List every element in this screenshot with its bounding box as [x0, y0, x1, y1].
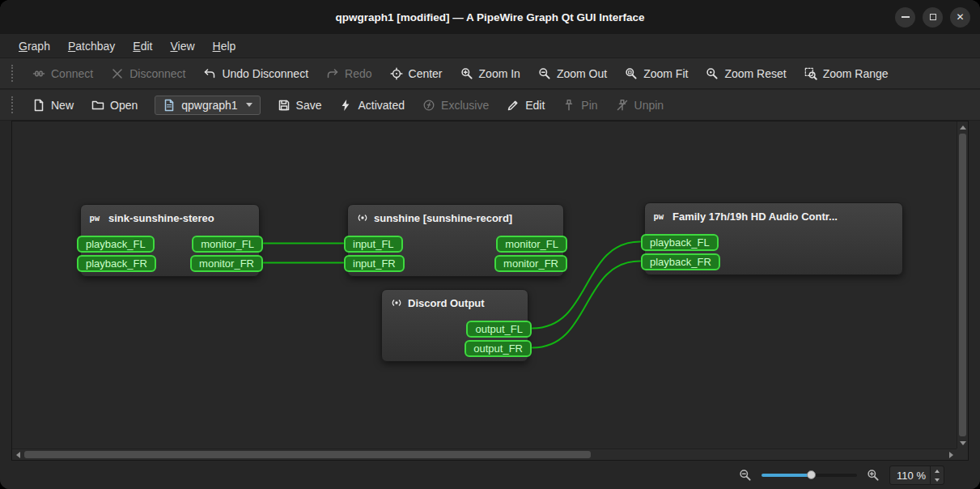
node-header: pwsink-sunshine-stereo: [81, 205, 259, 224]
node-sunshine[interactable]: sunshine [sunshine-record]input_FLinput_…: [347, 204, 564, 277]
toolbar-button-zoom-out[interactable]: Zoom Out: [529, 62, 616, 86]
spin-up-button[interactable]: [931, 466, 944, 475]
zoom-out-icon: [538, 67, 551, 80]
svg-text:pw: pw: [90, 213, 100, 223]
window-maximize-button[interactable]: [923, 7, 943, 28]
zoom-fit-icon: [625, 67, 638, 80]
port-output_FL[interactable]: output_FL: [466, 321, 532, 338]
toolbar-label: Undo Disconnect: [222, 67, 308, 80]
toolbar-button-pin[interactable]: Pin: [554, 93, 606, 117]
horizontal-scrollbar[interactable]: [12, 449, 957, 460]
pipewire-icon: pw: [89, 211, 104, 224]
toolbar-edit: ConnectDisconnectUndo DisconnectRedoCent…: [0, 58, 980, 89]
zoom-out-icon[interactable]: [739, 469, 752, 482]
port-playback_FL[interactable]: playback_FL: [641, 234, 719, 251]
port-playback_FL[interactable]: playback_FL: [77, 236, 155, 253]
node-header: Discord Output: [382, 290, 528, 309]
toolbar-label: Save: [296, 99, 322, 112]
node-sink-sunshine-stereo[interactable]: pwsink-sunshine-stereoplayback_FLplaybac…: [80, 204, 260, 277]
exclusive-icon: [422, 99, 435, 112]
undo-icon: [203, 67, 216, 80]
scroll-right-arrow-icon[interactable]: [945, 449, 957, 461]
port-input_FL[interactable]: input_FL: [344, 236, 403, 253]
scroll-up-arrow-icon[interactable]: [957, 121, 969, 133]
toolbar-label: Zoom In: [479, 67, 520, 80]
port-playback_FR[interactable]: playback_FR: [641, 253, 720, 270]
menu-graph[interactable]: Graph: [10, 36, 59, 56]
menu-view[interactable]: View: [161, 36, 203, 56]
node-title: Discord Output: [408, 297, 485, 309]
output-ports: output_FLoutput_FR: [465, 321, 532, 357]
connect-icon: [32, 67, 45, 80]
zoom-in-icon: [460, 67, 473, 80]
toolbar-label: New: [51, 99, 74, 112]
zoom-slider[interactable]: [762, 468, 857, 483]
toolbar-button-save[interactable]: Save: [269, 93, 331, 117]
node-title: sink-sunshine-stereo: [108, 212, 214, 224]
titlebar[interactable]: qpwgraph1 [modified] — A PipeWire Graph …: [0, 0, 980, 34]
horizontal-scrollbar-thumb[interactable]: [24, 451, 591, 458]
window-controls: ✕: [895, 0, 970, 34]
redo-icon: [326, 67, 339, 80]
toolbar-button-exclusive[interactable]: Exclusive: [414, 93, 498, 117]
statusbar: 110 %: [0, 461, 980, 489]
toolbar-button-zoom-in[interactable]: Zoom In: [452, 62, 529, 86]
toolbar-label: Unpin: [634, 99, 664, 112]
audio-app-icon: [356, 211, 369, 224]
toolbar-edit-handle[interactable]: [11, 65, 16, 82]
toolbar-button-zoom-fit[interactable]: Zoom Fit: [616, 62, 697, 86]
window-minimize-button[interactable]: [895, 7, 915, 28]
toolbar-button-center[interactable]: Center: [381, 62, 452, 86]
port-monitor_FL[interactable]: monitor_FL: [192, 236, 263, 253]
toolbar-button-new[interactable]: New: [23, 93, 83, 117]
node-discord-output[interactable]: Discord Outputoutput_FLoutput_FR: [381, 289, 528, 362]
vertical-scrollbar-thumb[interactable]: [959, 134, 966, 436]
toolbar-button-disconnect[interactable]: Disconnect: [102, 62, 194, 86]
input-ports: input_FLinput_FR: [344, 236, 405, 272]
graph-selector-combo[interactable]: qpwgraph1: [155, 96, 260, 115]
toolbar-button-edit[interactable]: Edit: [498, 93, 554, 117]
center-icon: [390, 67, 403, 80]
menu-edit[interactable]: Edit: [124, 36, 161, 56]
open-folder-icon: [91, 99, 104, 112]
toolbar-label: Redo: [345, 67, 371, 80]
graph-canvas[interactable]: pwsink-sunshine-stereoplayback_FLplaybac…: [12, 121, 957, 449]
menu-patchbay[interactable]: Patchbay: [59, 36, 124, 56]
toolbar-label: Pin: [581, 99, 597, 112]
new-file-icon: [32, 99, 45, 112]
port-output_FR[interactable]: output_FR: [465, 340, 532, 357]
toolbar-button-activated[interactable]: Activated: [330, 93, 414, 117]
zoom-in-icon[interactable]: [867, 469, 880, 482]
toolbar-button-redo[interactable]: Redo: [317, 62, 380, 86]
toolbar-label: Zoom Range: [823, 67, 889, 80]
close-icon: ✕: [956, 12, 964, 22]
vertical-scrollbar[interactable]: [957, 121, 968, 449]
node-title: Family 17h/19h HD Audio Contr...: [672, 210, 838, 223]
toolbar-button-undo-disconnect[interactable]: Undo Disconnect: [194, 62, 317, 86]
toolbar-button-zoom-reset[interactable]: Zoom Reset: [697, 62, 795, 86]
toolbar-button-connect[interactable]: Connect: [23, 62, 102, 86]
bolt-icon: [339, 99, 352, 112]
port-monitor_FR[interactable]: monitor_FR: [494, 255, 567, 272]
port-monitor_FL[interactable]: monitor_FL: [496, 236, 567, 253]
port-playback_FR[interactable]: playback_FR: [77, 255, 156, 272]
maximize-icon: [930, 14, 936, 20]
scroll-down-arrow-icon[interactable]: [957, 437, 969, 449]
port-monitor_FR[interactable]: monitor_FR: [190, 255, 263, 272]
node-family-audio[interactable]: pwFamily 17h/19h HD Audio Contr...playba…: [644, 202, 903, 275]
toolbar-button-unpin[interactable]: Unpin: [607, 93, 673, 117]
zoom-spinbox[interactable]: 110 %: [889, 466, 944, 485]
scroll-left-arrow-icon[interactable]: [12, 449, 23, 461]
port-input_FR[interactable]: input_FR: [344, 255, 405, 272]
zoom-value: 110 %: [890, 470, 930, 482]
spin-down-button[interactable]: [931, 475, 944, 484]
zoom-slider-fill: [762, 474, 811, 477]
toolbar-file-handle[interactable]: [11, 96, 16, 113]
toolbar-button-open[interactable]: Open: [83, 93, 146, 117]
menu-help[interactable]: Help: [204, 36, 245, 56]
zoom-slider-handle[interactable]: [807, 470, 816, 479]
window-close-button[interactable]: ✕: [950, 7, 970, 28]
toolbar-label: Zoom Reset: [724, 67, 786, 80]
toolbar-button-zoom-range[interactable]: Zoom Range: [795, 62, 897, 86]
save-icon: [278, 99, 291, 112]
